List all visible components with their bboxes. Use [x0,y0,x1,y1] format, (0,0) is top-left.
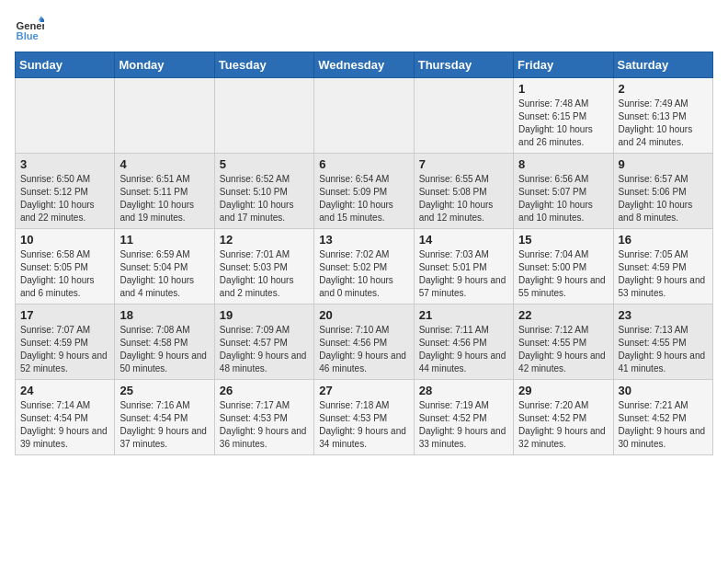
day-info: Sunrise: 7:03 AM Sunset: 5:01 PM Dayligh… [419,248,508,300]
header-thursday: Thursday [414,52,513,78]
day-cell: 11Sunrise: 6:59 AM Sunset: 5:04 PM Dayli… [115,229,214,304]
day-cell: 30Sunrise: 7:21 AM Sunset: 4:52 PM Dayli… [613,380,712,455]
day-cell: 21Sunrise: 7:11 AM Sunset: 4:56 PM Dayli… [414,304,513,380]
logo: General Blue [15,15,48,44]
day-number: 1 [518,82,608,96]
day-info: Sunrise: 7:02 AM Sunset: 5:02 PM Dayligh… [319,248,408,300]
day-cell: 4Sunrise: 6:51 AM Sunset: 5:11 PM Daylig… [115,154,214,229]
day-info: Sunrise: 7:16 AM Sunset: 4:54 PM Dayligh… [119,399,209,451]
day-header-row: SundayMondayTuesdayWednesdayThursdayFrid… [16,52,713,78]
day-cell: 16Sunrise: 7:05 AM Sunset: 4:59 PM Dayli… [613,229,712,304]
week-row-1: 1Sunrise: 7:48 AM Sunset: 6:15 PM Daylig… [16,78,713,154]
day-number: 14 [419,233,508,247]
day-number: 5 [220,157,309,171]
day-cell: 24Sunrise: 7:14 AM Sunset: 4:54 PM Dayli… [16,380,115,455]
day-cell: 1Sunrise: 7:48 AM Sunset: 6:15 PM Daylig… [514,78,613,154]
day-cell: 20Sunrise: 7:10 AM Sunset: 4:56 PM Dayli… [314,304,414,380]
header-sunday: Sunday [16,52,115,78]
day-cell: 2Sunrise: 7:49 AM Sunset: 6:13 PM Daylig… [613,78,712,154]
day-cell: 23Sunrise: 7:13 AM Sunset: 4:55 PM Dayli… [613,304,712,380]
day-info: Sunrise: 7:01 AM Sunset: 5:03 PM Dayligh… [220,248,309,300]
day-number: 15 [518,233,608,247]
day-cell: 27Sunrise: 7:18 AM Sunset: 4:53 PM Dayli… [314,380,414,455]
day-info: Sunrise: 7:17 AM Sunset: 4:53 PM Dayligh… [220,399,309,451]
calendar-table: SundayMondayTuesdayWednesdayThursdayFrid… [15,52,713,455]
day-cell: 22Sunrise: 7:12 AM Sunset: 4:55 PM Dayli… [514,304,613,380]
day-info: Sunrise: 7:13 AM Sunset: 4:55 PM Dayligh… [619,324,708,375]
day-cell: 29Sunrise: 7:20 AM Sunset: 4:52 PM Dayli… [514,380,613,455]
day-info: Sunrise: 6:57 AM Sunset: 5:06 PM Dayligh… [619,173,708,224]
day-cell: 7Sunrise: 6:55 AM Sunset: 5:08 PM Daylig… [414,154,513,229]
day-number: 12 [220,233,309,247]
day-info: Sunrise: 6:52 AM Sunset: 5:10 PM Dayligh… [220,173,309,224]
day-cell [414,78,513,154]
day-cell [16,78,115,154]
day-info: Sunrise: 6:56 AM Sunset: 5:07 PM Dayligh… [518,173,608,224]
day-info: Sunrise: 7:14 AM Sunset: 4:54 PM Dayligh… [20,399,109,451]
day-number: 16 [619,233,708,247]
day-number: 23 [619,308,708,322]
header-friday: Friday [514,52,613,78]
day-number: 3 [20,157,109,171]
day-info: Sunrise: 7:07 AM Sunset: 4:59 PM Dayligh… [20,324,109,375]
day-number: 29 [518,384,608,397]
day-number: 6 [319,157,408,171]
day-number: 4 [119,157,209,171]
day-number: 20 [319,308,408,322]
day-info: Sunrise: 6:50 AM Sunset: 5:12 PM Dayligh… [20,173,109,224]
week-row-3: 10Sunrise: 6:58 AM Sunset: 5:05 PM Dayli… [16,229,713,304]
day-cell: 15Sunrise: 7:04 AM Sunset: 5:00 PM Dayli… [514,229,613,304]
day-number: 8 [518,157,608,171]
day-info: Sunrise: 7:48 AM Sunset: 6:15 PM Dayligh… [518,98,608,149]
day-info: Sunrise: 6:58 AM Sunset: 5:05 PM Dayligh… [20,248,109,300]
day-number: 10 [20,233,109,247]
day-cell: 19Sunrise: 7:09 AM Sunset: 4:57 PM Dayli… [214,304,313,380]
day-info: Sunrise: 7:19 AM Sunset: 4:52 PM Dayligh… [419,399,508,451]
svg-text:Blue: Blue [17,30,39,41]
day-cell: 8Sunrise: 6:56 AM Sunset: 5:07 PM Daylig… [514,154,613,229]
day-number: 18 [119,308,209,322]
day-info: Sunrise: 6:55 AM Sunset: 5:08 PM Dayligh… [419,173,508,224]
week-row-5: 24Sunrise: 7:14 AM Sunset: 4:54 PM Dayli… [16,380,713,455]
day-cell: 12Sunrise: 7:01 AM Sunset: 5:03 PM Dayli… [214,229,313,304]
day-cell: 9Sunrise: 6:57 AM Sunset: 5:06 PM Daylig… [613,154,712,229]
day-number: 9 [619,157,708,171]
day-info: Sunrise: 7:49 AM Sunset: 6:13 PM Dayligh… [619,98,708,149]
day-number: 27 [319,384,408,397]
day-info: Sunrise: 7:09 AM Sunset: 4:57 PM Dayligh… [220,324,309,375]
day-cell: 5Sunrise: 6:52 AM Sunset: 5:10 PM Daylig… [214,154,313,229]
page-header: General Blue [15,15,713,44]
day-cell: 18Sunrise: 7:08 AM Sunset: 4:58 PM Dayli… [115,304,214,380]
header-saturday: Saturday [613,52,712,78]
day-number: 7 [419,157,508,171]
day-cell: 25Sunrise: 7:16 AM Sunset: 4:54 PM Dayli… [115,380,214,455]
day-cell: 14Sunrise: 7:03 AM Sunset: 5:01 PM Dayli… [414,229,513,304]
day-cell: 6Sunrise: 6:54 AM Sunset: 5:09 PM Daylig… [314,154,414,229]
day-info: Sunrise: 6:54 AM Sunset: 5:09 PM Dayligh… [319,173,408,224]
day-cell: 26Sunrise: 7:17 AM Sunset: 4:53 PM Dayli… [214,380,313,455]
day-number: 11 [119,233,209,247]
day-number: 28 [419,384,508,397]
day-cell [115,78,214,154]
day-number: 26 [220,384,309,397]
day-info: Sunrise: 7:11 AM Sunset: 4:56 PM Dayligh… [419,324,508,375]
day-number: 24 [20,384,109,397]
day-cell: 3Sunrise: 6:50 AM Sunset: 5:12 PM Daylig… [16,154,115,229]
day-info: Sunrise: 7:05 AM Sunset: 4:59 PM Dayligh… [619,248,708,300]
day-info: Sunrise: 7:04 AM Sunset: 5:00 PM Dayligh… [518,248,608,300]
day-info: Sunrise: 7:08 AM Sunset: 4:58 PM Dayligh… [119,324,209,375]
header-wednesday: Wednesday [314,52,414,78]
day-info: Sunrise: 7:21 AM Sunset: 4:52 PM Dayligh… [619,399,708,451]
day-cell: 28Sunrise: 7:19 AM Sunset: 4:52 PM Dayli… [414,380,513,455]
day-cell [314,78,414,154]
day-info: Sunrise: 7:10 AM Sunset: 4:56 PM Dayligh… [319,324,408,375]
day-number: 17 [20,308,109,322]
day-cell [214,78,313,154]
day-cell: 13Sunrise: 7:02 AM Sunset: 5:02 PM Dayli… [314,229,414,304]
day-info: Sunrise: 6:51 AM Sunset: 5:11 PM Dayligh… [119,173,209,224]
day-info: Sunrise: 7:18 AM Sunset: 4:53 PM Dayligh… [319,399,408,451]
day-info: Sunrise: 7:20 AM Sunset: 4:52 PM Dayligh… [518,399,608,451]
logo-icon: General Blue [15,15,44,44]
week-row-2: 3Sunrise: 6:50 AM Sunset: 5:12 PM Daylig… [16,154,713,229]
day-number: 25 [119,384,209,397]
